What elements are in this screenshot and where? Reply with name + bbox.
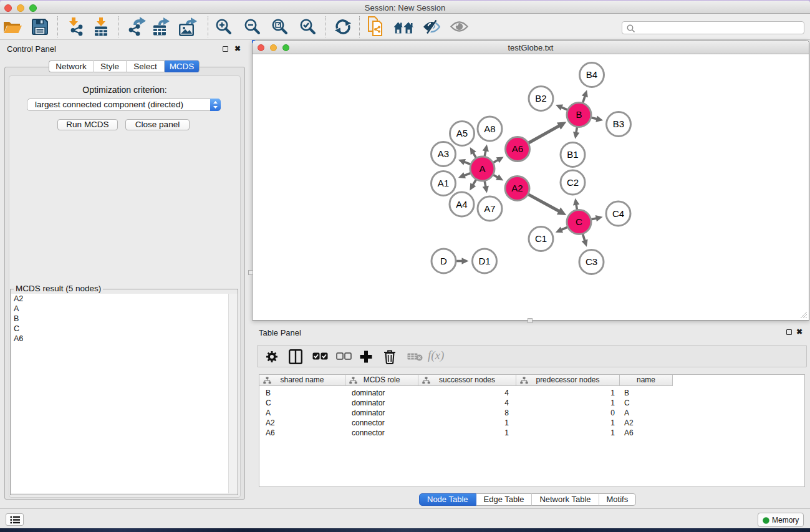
svg-text:C3: C3 <box>586 256 597 267</box>
svg-text:C2: C2 <box>567 177 579 188</box>
svg-text:A1: A1 <box>438 178 449 188</box>
svg-text:A7: A7 <box>484 203 495 214</box>
svg-text:C: C <box>576 216 582 227</box>
svg-text:B2: B2 <box>535 93 546 104</box>
svg-text:C4: C4 <box>612 208 624 219</box>
svg-text:A6: A6 <box>512 143 523 154</box>
svg-text:D1: D1 <box>478 256 490 266</box>
svg-text:D: D <box>440 256 447 266</box>
svg-text:A4: A4 <box>456 199 467 210</box>
svg-text:B1: B1 <box>567 149 578 160</box>
svg-text:A2: A2 <box>511 183 523 193</box>
svg-text:B3: B3 <box>613 118 624 129</box>
svg-text:B: B <box>576 109 582 120</box>
svg-text:A3: A3 <box>438 148 449 159</box>
svg-text:A8: A8 <box>484 123 495 134</box>
svg-text:B4: B4 <box>586 69 597 80</box>
svg-text:C1: C1 <box>535 233 547 244</box>
svg-text:A5: A5 <box>456 128 468 138</box>
svg-text:A: A <box>479 163 485 174</box>
